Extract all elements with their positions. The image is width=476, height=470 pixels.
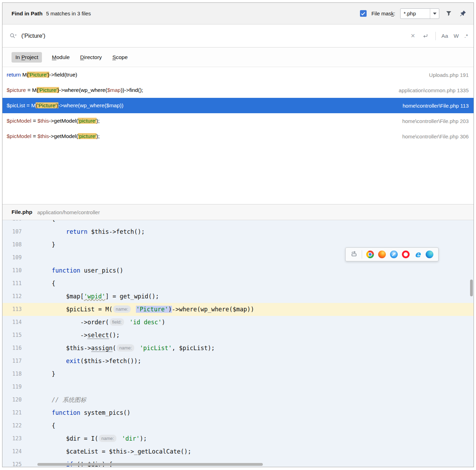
match-case-toggle[interactable]: Aa xyxy=(441,33,448,39)
result-row[interactable]: $picture = M('Picture')->where(wp_where(… xyxy=(2,82,474,98)
line-number: 124 xyxy=(2,445,37,458)
code-text: // 系统图标 xyxy=(37,393,86,406)
code-line[interactable]: 110 function user_pics() xyxy=(2,264,474,277)
code-text: { xyxy=(37,277,55,290)
clear-icon[interactable]: ✕ xyxy=(411,32,415,39)
code-line[interactable]: 118 } xyxy=(2,368,474,381)
code-text: ->select(); xyxy=(37,329,120,342)
scope-tab-directory[interactable]: Directory xyxy=(79,52,102,63)
file-reference: home\controller\File.php 306 xyxy=(392,133,469,139)
code-text: } xyxy=(37,238,55,251)
line-number: 112 xyxy=(2,290,37,303)
horizontal-scrollbar[interactable] xyxy=(37,463,263,466)
line-number: 121 xyxy=(2,406,37,419)
code-text: { xyxy=(37,419,55,432)
file-mask-combo[interactable]: *.php xyxy=(400,8,439,19)
file-mask-checkbox[interactable] xyxy=(360,10,367,17)
chrome-icon[interactable] xyxy=(366,251,374,258)
search-input[interactable] xyxy=(21,32,407,39)
code-line[interactable]: 107 return $this->fetch(); xyxy=(2,225,474,238)
scope-tabs: In ProjectModuleDirectoryScope xyxy=(2,48,474,67)
line-number: 115 xyxy=(2,329,37,342)
file-mask-value: *.php xyxy=(401,10,430,16)
code-line[interactable]: 113 $picList = M(name: 'Picture')->where… xyxy=(2,303,474,316)
line-number: 108 xyxy=(2,238,37,251)
code-line[interactable]: 120 // 系统图标 xyxy=(2,393,474,406)
regex-toggle[interactable]: .* xyxy=(464,33,468,39)
line-number: 118 xyxy=(2,368,37,381)
line-number: 116 xyxy=(2,342,37,355)
code-line[interactable]: 119 xyxy=(2,381,474,393)
open-in-browser-popup: e xyxy=(345,247,439,261)
code-line[interactable]: 114 ->order(field: 'id desc') xyxy=(2,316,474,329)
file-reference: application\common.php 1335 xyxy=(388,87,469,93)
check-icon xyxy=(361,12,365,15)
results-list: return M('Picture')->field(true)Uploads.… xyxy=(2,67,474,204)
code-line[interactable]: 117 exit($this->fetch()); xyxy=(2,355,474,368)
header-controls: File mask: *.php xyxy=(360,8,467,19)
scope-tab-in-project[interactable]: In Project xyxy=(12,52,42,63)
chevron-down-icon xyxy=(433,13,437,15)
result-code-text: $picModel = $this->getModel('picture'); xyxy=(7,118,100,124)
code-text: function system_pics() xyxy=(37,406,130,419)
code-text: function user_pics() xyxy=(37,264,123,277)
dialog-title: Find in Path xyxy=(12,10,43,17)
code-line[interactable]: 121 function system_pics() xyxy=(2,406,474,419)
file-mask-label[interactable]: File mask: xyxy=(372,10,395,16)
search-with-history-icon[interactable] xyxy=(9,31,18,41)
code-line[interactable]: 115 ->select(); xyxy=(2,329,474,342)
code-text: } xyxy=(37,368,55,381)
edge-icon[interactable] xyxy=(426,251,433,258)
code-text: $map['wpid'] = get_wpid(); xyxy=(37,290,159,303)
filter-icon[interactable] xyxy=(444,9,453,18)
opera-icon[interactable] xyxy=(402,251,410,258)
code-line[interactable]: 122 { xyxy=(2,419,474,432)
result-code-text: $picture = M('Picture')->where(wp_where(… xyxy=(7,87,143,93)
code-line[interactable]: 111 { xyxy=(2,277,474,290)
header: Find in Path 5 matches in 3 files File m… xyxy=(2,3,474,24)
result-row[interactable]: $picList = M('Picture')->where(wp_where(… xyxy=(2,98,474,113)
scope-tab-scope[interactable]: Scope xyxy=(111,52,128,63)
combo-dropdown-button[interactable] xyxy=(430,9,439,19)
result-row[interactable]: return M('Picture')->field(true)Uploads.… xyxy=(2,67,474,82)
line-number: 122 xyxy=(2,419,37,432)
editor-match-highlight: ) xyxy=(168,306,172,313)
line-number: 125 xyxy=(2,458,37,467)
line-number: 114 xyxy=(2,316,37,329)
code-line[interactable]: 112 $map['wpid'] = get_wpid(); xyxy=(2,290,474,303)
built-in-preview-icon[interactable] xyxy=(351,250,358,259)
line-number: 120 xyxy=(2,393,37,406)
code-text: ->order(field: 'id desc') xyxy=(37,316,165,329)
code-line[interactable]: 116 $this->assign(name: 'picList', $picL… xyxy=(2,342,474,355)
code-line[interactable]: 124 $cateList = $this->_getLocalCate(); xyxy=(2,445,474,458)
result-code-text: $picModel = $this->getModel('picture'); xyxy=(7,133,100,139)
code-text: $picList = M(name: 'Picture')->where(wp_… xyxy=(37,303,254,316)
safari-icon[interactable] xyxy=(390,251,398,258)
code-text: { xyxy=(37,220,55,225)
line-number: 107 xyxy=(2,225,37,238)
scope-tab-module[interactable]: Module xyxy=(51,52,70,63)
pin-icon[interactable] xyxy=(458,9,467,18)
file-reference: Uploads.php 191 xyxy=(419,72,469,78)
line-number: 109 xyxy=(2,251,37,264)
parameter-hint: name: xyxy=(113,305,131,313)
match-highlight: 'Picture' xyxy=(38,87,57,93)
line-number: 123 xyxy=(2,432,37,445)
code-editor[interactable]: 106 {107 return $this->fetch();108 }1091… xyxy=(2,220,474,467)
new-line-icon[interactable] xyxy=(421,31,430,41)
internet-explorer-icon[interactable]: e xyxy=(414,251,421,258)
code-line[interactable]: 123 $dir = I(name: 'dir'); xyxy=(2,432,474,445)
match-highlight: 'picture' xyxy=(78,133,96,139)
firefox-icon[interactable] xyxy=(378,251,386,258)
result-row[interactable]: $picModel = $this->getModel('picture');h… xyxy=(2,113,474,129)
line-number: 117 xyxy=(2,355,37,368)
words-toggle[interactable]: W xyxy=(454,33,459,39)
search-row: ✕ Aa W .* xyxy=(2,24,474,48)
code-line[interactable]: 106 { xyxy=(2,220,474,225)
popup-separator xyxy=(362,250,362,259)
search-toolbar: ✕ Aa W .* xyxy=(411,31,468,41)
result-row[interactable]: $picModel = $this->getModel('picture');h… xyxy=(2,129,474,144)
editor-match-highlight: 'Picture' xyxy=(136,306,168,313)
vertical-scrollbar[interactable] xyxy=(470,280,473,296)
file-reference: home\controller\File.php 203 xyxy=(392,118,469,124)
